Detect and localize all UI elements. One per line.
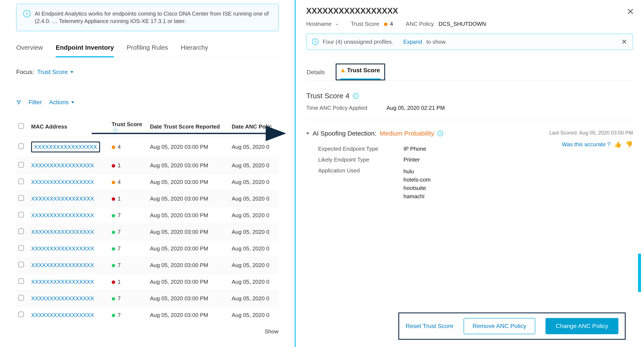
table-row[interactable]: XXXXXXXXXXXXXXXXX4Aug 05, 2020 03:00 PMA…	[16, 137, 278, 157]
apps-used-list: huluhotels-comhootsuitehamachi	[404, 167, 430, 201]
thumbs-up-icon[interactable]: 👍	[614, 141, 622, 148]
mac-address-link[interactable]: XXXXXXXXXXXXXXXXX	[31, 295, 94, 302]
date-reported-cell: Aug 05, 2020 03:00 PM	[148, 290, 230, 307]
mac-address-link[interactable]: XXXXXXXXXXXXXXXXX	[31, 229, 94, 235]
table-row[interactable]: XXXXXXXXXXXXXXXXX1Aug 05, 2020 03:00 PMA…	[16, 191, 278, 207]
col-date-reported[interactable]: Date Trust Score Reported	[148, 117, 230, 137]
info-icon[interactable]: i	[438, 131, 443, 136]
dismiss-notice-button[interactable]: ✕	[622, 38, 627, 46]
trust-score-cell: 4	[110, 137, 148, 157]
trust-score-cell: 7	[110, 290, 148, 307]
row-checkbox[interactable]	[18, 278, 24, 284]
likely-type-label: Likely Endpoint Type	[318, 156, 395, 163]
table-row[interactable]: XXXXXXXXXXXXXXXXX4Aug 05, 2020 03:00 PMA…	[16, 174, 278, 191]
mac-address-link[interactable]: XXXXXXXXXXXXXXXXX	[31, 179, 94, 185]
focus-dropdown[interactable]: Trust Score	[37, 69, 73, 75]
row-checkbox[interactable]	[18, 143, 24, 149]
info-icon[interactable]: i	[113, 128, 118, 132]
trust-score-cell: 1	[110, 191, 148, 207]
anc-policy-label: ANC Policy	[406, 21, 434, 27]
app-item: hotels-com	[404, 176, 430, 184]
info-icon[interactable]: i	[353, 93, 358, 99]
trust-score-value: 4	[384, 21, 393, 27]
tab-endpoint-inventory[interactable]: Endpoint Inventory	[56, 42, 114, 57]
table-row[interactable]: XXXXXXXXXXXXXXXXX7Aug 05, 2020 03:00 PMA…	[16, 240, 278, 257]
mac-address-link[interactable]: XXXXXXXXXXXXXXXXX	[31, 142, 100, 152]
date-reported-cell: Aug 05, 2020 03:00 PM	[148, 137, 230, 157]
row-checkbox[interactable]	[18, 245, 24, 251]
likely-type-value: Printer	[404, 156, 420, 163]
status-dot-icon	[112, 281, 115, 284]
remove-anc-policy-button[interactable]: Remove ANC Policy	[464, 318, 535, 334]
table-footer-show[interactable]: Show	[16, 324, 278, 340]
row-checkbox[interactable]	[18, 179, 24, 184]
mac-address-link[interactable]: XXXXXXXXXXXXXXXXX	[31, 262, 94, 268]
row-checkbox[interactable]	[18, 312, 24, 317]
mac-address-link[interactable]: XXXXXXXXXXXXXXXXX	[31, 195, 94, 202]
panel-meta: Hostname- Trust Score4 ANC PolicyDCS_SHU…	[306, 21, 633, 27]
table-toolbar: Filter Actions	[16, 99, 278, 106]
mac-address-link[interactable]: XXXXXXXXXXXXXXXXX	[31, 162, 94, 169]
actions-dropdown[interactable]: Actions	[49, 99, 74, 106]
table-row[interactable]: XXXXXXXXXXXXXXXXX1Aug 05, 2020 03:00 PMA…	[16, 274, 278, 290]
table-row[interactable]: XXXXXXXXXXXXXXXXX7Aug 05, 2020 03:00 PMA…	[16, 307, 278, 324]
date-anc-cell: Aug 05, 2020 0	[230, 207, 278, 224]
filter-button[interactable]: Filter	[28, 99, 42, 106]
warning-icon	[341, 68, 345, 72]
change-anc-policy-button[interactable]: Change ANC Policy	[546, 318, 618, 334]
col-date-anc[interactable]: Date ANC Polic	[230, 117, 278, 137]
filter-icon[interactable]	[16, 100, 21, 105]
row-checkbox[interactable]	[18, 195, 24, 201]
trust-score-cell: 7	[110, 240, 148, 257]
tab-trust-score[interactable]: Trust Score	[340, 65, 380, 79]
row-checkbox[interactable]	[18, 229, 24, 234]
table-row[interactable]: XXXXXXXXXXXXXXXXX1Aug 05, 2020 03:00 PMA…	[16, 157, 278, 174]
mac-address-link[interactable]: XXXXXXXXXXXXXXXXX	[31, 312, 94, 318]
date-anc-cell: Aug 05, 2020 0	[230, 274, 278, 290]
endpoint-table: MAC Address Trust Scorei Date Trust Scor…	[16, 117, 278, 324]
tab-hierarchy[interactable]: Hierarchy	[181, 42, 208, 57]
apps-used-label: Application Used	[318, 167, 395, 201]
row-checkbox[interactable]	[18, 295, 24, 301]
table-row[interactable]: XXXXXXXXXXXXXXXXX7Aug 05, 2020 03:00 PMA…	[16, 290, 278, 307]
anc-applied-label: Time ANC Policy Applied	[306, 105, 368, 111]
close-panel-button[interactable]: ✕	[627, 6, 634, 17]
app-item: hamachi	[404, 192, 430, 201]
date-anc-cell: Aug 05, 2020 0	[230, 157, 278, 174]
status-dot-icon	[112, 231, 115, 234]
spoofing-section-toggle[interactable]: AI Spoofing Detection: Medium Probabilit…	[306, 130, 543, 137]
mac-address-link[interactable]: XXXXXXXXXXXXXXXXX	[31, 212, 94, 219]
expected-type-label: Expected Endpoint Type	[318, 146, 395, 152]
tab-profiling-rules[interactable]: Profiling Rules	[127, 42, 168, 57]
table-row[interactable]: XXXXXXXXXXXXXXXXX7Aug 05, 2020 03:00 PMA…	[16, 257, 278, 274]
thumbs-down-icon[interactable]: 👎	[626, 141, 633, 148]
reset-trust-score-button[interactable]: Reset Trust Score	[406, 323, 453, 330]
col-mac[interactable]: MAC Address	[29, 117, 110, 137]
date-anc-cell: Aug 05, 2020 0	[230, 257, 278, 274]
info-banner-text: AI Endpoint Analytics works for endpoint…	[35, 10, 272, 25]
trust-score-cell: 7	[110, 224, 148, 240]
row-checkbox[interactable]	[18, 262, 24, 267]
date-anc-cell: Aug 05, 2020 0	[230, 307, 278, 324]
trust-score-cell: 1	[110, 157, 148, 174]
tab-overview[interactable]: Overview	[16, 42, 43, 57]
select-all-checkbox[interactable]	[18, 123, 24, 129]
panel-tabs: Details Trust Score	[306, 63, 633, 81]
row-checkbox[interactable]	[18, 212, 24, 217]
mac-address-link[interactable]: XXXXXXXXXXXXXXXXX	[31, 245, 94, 252]
mac-address-link[interactable]: XXXXXXXXXXXXXXXXX	[31, 279, 94, 285]
status-dot-icon	[112, 247, 115, 251]
col-trust-score[interactable]: Trust Scorei	[110, 117, 148, 137]
hostname-label: Hostname	[306, 21, 332, 27]
table-row[interactable]: XXXXXXXXXXXXXXXXX7Aug 05, 2020 03:00 PMA…	[16, 207, 278, 224]
tab-details[interactable]: Details	[306, 67, 326, 80]
row-checkbox[interactable]	[18, 162, 24, 168]
trust-score-cell: 7	[110, 307, 148, 324]
last-scored: Last Scored: Aug 05, 2020 03:00 PM	[543, 130, 633, 136]
expand-link[interactable]: Expand	[403, 38, 422, 45]
chevron-down-icon	[306, 133, 309, 134]
focus-row: Focus: Trust Score	[16, 69, 278, 75]
table-row[interactable]: XXXXXXXXXXXXXXXXX7Aug 05, 2020 03:00 PMA…	[16, 224, 278, 240]
accuracy-question: Was this accurate ?	[562, 141, 610, 148]
side-drawer-handle[interactable]	[638, 254, 641, 292]
